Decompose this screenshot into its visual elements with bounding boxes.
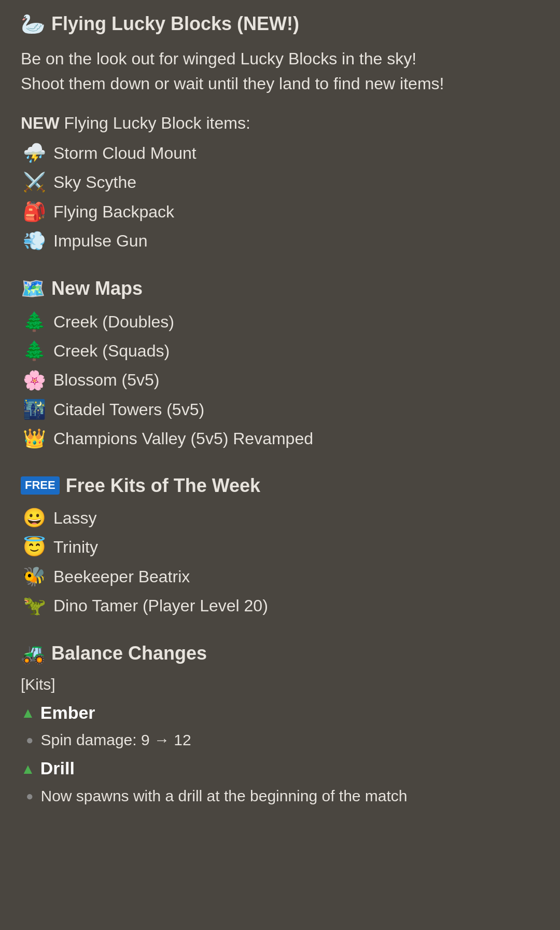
impulse-gun-icon: 💨 <box>23 228 46 254</box>
citadel-icon: 🌃 <box>23 396 46 422</box>
drill-triangle-icon: ▲ <box>21 759 35 779</box>
ember-name: Ember <box>40 701 95 726</box>
new-maps-title-text: New Maps <box>51 276 143 302</box>
lassy-icon: 😀 <box>23 505 46 531</box>
main-description: Be on the look out for winged Lucky Bloc… <box>21 46 539 96</box>
list-item: 🦖 Dino Tamer (Player Level 20) <box>21 593 539 619</box>
sky-scythe-icon: ⚔️ <box>23 169 46 195</box>
champions-valley: Champions Valley (5v5) Revamped <box>53 427 313 450</box>
tractor-icon: 🚜 <box>21 640 45 667</box>
list-item: 🐝 Beekeeper Beatrix <box>21 564 539 590</box>
map-icon: 🗺️ <box>21 275 45 303</box>
ember-section: ▲ Ember ● Spin damage: 9 → 12 <box>21 701 539 751</box>
free-kits-title-text: Free Kits of The Week <box>66 473 260 499</box>
list-item: 🌲 Creek (Squads) <box>21 338 539 364</box>
list-item: 💨 Impulse Gun <box>21 228 539 254</box>
main-title-text: Flying Lucky Blocks (NEW!) <box>51 11 299 37</box>
dino-tamer-icon: 🦖 <box>23 593 46 619</box>
kits-label: [Kits] <box>21 674 539 695</box>
main-feature-section: 🦢 Flying Lucky Blocks (NEW!) Be on the l… <box>21 10 539 254</box>
beekeeper-icon: 🐝 <box>23 564 46 590</box>
dino-tamer-name: Dino Tamer (Player Level 20) <box>53 594 268 618</box>
creek-doubles: Creek (Doubles) <box>53 310 174 334</box>
drill-kit-name: ▲ Drill <box>21 756 539 781</box>
bullet-icon-2: ● <box>26 787 34 805</box>
list-item: 🎒 Flying Backpack <box>21 199 539 225</box>
storm-cloud-icon: ⛈️ <box>23 140 46 166</box>
list-item: 🌃 Citadel Towers (5v5) <box>21 396 539 422</box>
list-item: 👑 Champions Valley (5v5) Revamped <box>21 426 539 452</box>
list-item: 😀 Lassy <box>21 505 539 531</box>
new-maps-title: 🗺️ New Maps <box>21 275 539 303</box>
flying-backpack-icon: 🎒 <box>23 199 46 225</box>
ember-change-text: Spin damage: 9 → 12 <box>41 729 191 751</box>
beekeeper-name: Beekeeper Beatrix <box>53 565 190 589</box>
blossom-5v5: Blossom (5v5) <box>53 368 160 392</box>
ember-triangle-icon: ▲ <box>21 703 35 723</box>
citadel-5v5: Citadel Towers (5v5) <box>53 398 204 421</box>
balance-changes-title-text: Balance Changes <box>51 640 207 666</box>
ember-change-1: ● Spin damage: 9 → 12 <box>21 729 539 751</box>
list-item: ⚔️ Sky Scythe <box>21 169 539 195</box>
creek-squads: Creek (Squads) <box>53 339 170 363</box>
tree-icon-2: 🌲 <box>23 338 46 364</box>
balance-changes-section: 🚜 Balance Changes [Kits] ▲ Ember ● Spin … <box>21 640 539 807</box>
storm-cloud-name: Storm Cloud Mount <box>53 142 197 165</box>
bullet-icon: ● <box>26 731 34 749</box>
drill-name: Drill <box>40 756 75 781</box>
flying-items-list: ⛈️ Storm Cloud Mount ⚔️ Sky Scythe 🎒 Fly… <box>21 140 539 254</box>
sky-scythe-name: Sky Scythe <box>53 171 136 194</box>
list-item: 😇 Trinity <box>21 534 539 560</box>
new-badge: NEW <box>21 114 60 132</box>
impulse-gun-name: Impulse Gun <box>53 229 147 253</box>
lassy-name: Lassy <box>53 507 97 530</box>
balance-changes-title: 🚜 Balance Changes <box>21 640 539 667</box>
champions-icon: 👑 <box>23 426 46 452</box>
list-item: 🌸 Blossom (5v5) <box>21 367 539 393</box>
swan-icon: 🦢 <box>21 10 45 38</box>
drill-change-1: ● Now spawns with a drill at the beginni… <box>21 785 539 807</box>
free-kits-title: FREE Free Kits of The Week <box>21 473 539 499</box>
new-maps-section: 🗺️ New Maps 🌲 Creek (Doubles) 🌲 Creek (S… <box>21 275 539 452</box>
items-label-text: Flying Lucky Block items: <box>64 114 250 132</box>
tree-icon-1: 🌲 <box>23 309 46 335</box>
maps-list: 🌲 Creek (Doubles) 🌲 Creek (Squads) 🌸 Blo… <box>21 309 539 452</box>
free-kits-section: FREE Free Kits of The Week 😀 Lassy 😇 Tri… <box>21 473 539 619</box>
drill-section: ▲ Drill ● Now spawns with a drill at the… <box>21 756 539 807</box>
kits-list: 😀 Lassy 😇 Trinity 🐝 Beekeeper Beatrix 🦖 … <box>21 505 539 619</box>
ember-kit-name: ▲ Ember <box>21 701 539 726</box>
description-line1: Be on the look out for winged Lucky Bloc… <box>21 49 416 68</box>
new-items-label: NEW Flying Lucky Block items: <box>21 112 539 135</box>
list-item: 🌲 Creek (Doubles) <box>21 309 539 335</box>
drill-change-text: Now spawns with a drill at the beginning… <box>41 785 408 807</box>
trinity-icon: 😇 <box>23 534 46 560</box>
trinity-name: Trinity <box>53 536 98 559</box>
blossom-icon: 🌸 <box>23 367 46 393</box>
description-line2: Shoot them down or wait until they land … <box>21 74 444 93</box>
list-item: ⛈️ Storm Cloud Mount <box>21 140 539 166</box>
main-title: 🦢 Flying Lucky Blocks (NEW!) <box>21 10 539 38</box>
free-badge: FREE <box>21 476 60 495</box>
flying-backpack-name: Flying Backpack <box>53 200 174 224</box>
